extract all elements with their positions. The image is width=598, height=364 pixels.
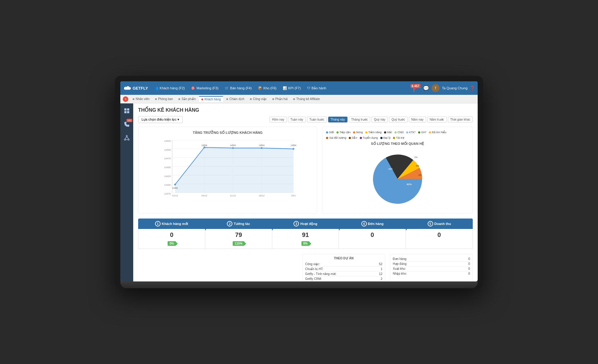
nav-khach-hang[interactable]: 👥 Khách hàng (F2) xyxy=(152,85,187,91)
tab-khach-hang[interactable]: Khách hàng xyxy=(199,96,223,102)
content-area: THỐNG KÊ KHÁCH HÀNG Lựa chọn điều kiện l… xyxy=(133,103,478,281)
pct-badge-3: 0% xyxy=(301,241,309,246)
funnel-step-num-3: 3 xyxy=(293,221,299,227)
svg-text:61%: 61% xyxy=(407,183,412,186)
date-btn-tuan-truoc[interactable]: Tuần trước xyxy=(307,117,327,122)
sidebar-phone-icon[interactable]: 161 xyxy=(122,119,132,129)
page-title: THỐNG KÊ KHÁCH HÀNG xyxy=(138,107,473,113)
cart-icon: 🛒 xyxy=(225,86,229,90)
help-icon[interactable]: ❓ xyxy=(470,86,475,91)
legend-row-1: Mới Tiếp cận Nóng xyxy=(326,131,469,134)
svg-text:14525: 14525 xyxy=(164,140,171,142)
legend-da-tim-hieu: Đã tìm hiểu xyxy=(429,131,446,134)
theo-du-an-row-3: Getfly CRM: 2 xyxy=(305,277,382,281)
svg-text:14504: 14504 xyxy=(230,144,236,146)
tab-san-pham[interactable]: Sản phẩm xyxy=(176,96,198,102)
don-hang-row-2: Xuất kho: 0 xyxy=(393,266,470,271)
legend-tai-tro: Tài trợ xyxy=(393,136,404,139)
tab-nhan-vien[interactable]: Nhân viên xyxy=(130,96,152,102)
funnel-val-4: 0 xyxy=(339,229,406,249)
svg-text:04/12: 04/12 xyxy=(201,194,207,197)
svg-rect-3 xyxy=(127,111,129,113)
tab-chien-dich[interactable]: Chiến dịch xyxy=(224,96,247,102)
funnel-step-num-1: 1 xyxy=(155,221,161,227)
date-btn-thang-truoc[interactable]: Tháng trước xyxy=(349,117,370,122)
date-btn-nam-truoc[interactable]: Năm trước xyxy=(427,117,447,122)
svg-text:18/12: 18/12 xyxy=(259,194,265,197)
tabs-bar: 9 Nhân viên Phòng ban Sản phẩm Khách hàn… xyxy=(120,95,478,103)
don-hang-row-1: Hợp đồng: 0 xyxy=(393,261,470,266)
legend-dai-ly: Đại lý xyxy=(380,136,391,139)
filter-bar: Lựa chọn điều kiện lọc ▾ Hôm nay Tuần nà… xyxy=(138,116,473,123)
svg-point-6 xyxy=(128,139,129,140)
filter-dropdown[interactable]: Lựa chọn điều kiện lọc ▾ xyxy=(138,116,183,123)
app-logo[interactable]: GETFLY xyxy=(123,85,148,91)
nav-ban-hang[interactable]: 🛒 Bán hàng (F4) xyxy=(222,85,254,91)
funnel-step-num-4: 4 xyxy=(361,221,367,227)
chart-icon: 📊 xyxy=(283,86,287,90)
legend-nong: Nóng xyxy=(353,131,363,134)
date-btn-thang-nay[interactable]: Tháng này xyxy=(328,117,348,122)
funnel-step-4: 4 Đơn hàng xyxy=(339,219,406,229)
flag-notification[interactable]: 6.457 🚩 xyxy=(410,84,421,92)
line-chart-container: TĂNG TRƯỞNG SỐ LƯỢNG KHÁCH HÀNG 14525 14… xyxy=(138,127,317,214)
svg-text:14425: 14425 xyxy=(164,175,171,178)
svg-text:14504: 14504 xyxy=(201,144,207,146)
svg-rect-1 xyxy=(127,108,129,110)
don-hang-row-3: Nhập kho: 0 xyxy=(393,271,470,276)
legend-ktk: KTK* xyxy=(406,131,416,134)
nav-kpi[interactable]: 📊 KPI (F7) xyxy=(280,85,303,91)
notification-badge: 9 xyxy=(123,96,128,102)
nav-bao-hanh[interactable]: 🛡 Bảo hành xyxy=(305,85,329,91)
tab-phan-hoi[interactable]: Phản hồi xyxy=(270,96,290,102)
date-btn-quy-truoc[interactable]: Quý trước xyxy=(389,117,407,122)
tab-phong-ban[interactable]: Phòng ban xyxy=(153,96,175,102)
laptop-outer: GETFLY 👥 Khách hàng (F2) 🎯 Marketing (F3… xyxy=(115,76,483,288)
theo-du-an-row-1: Chuẩn bị HT: 1 xyxy=(305,267,382,272)
main-area: 161 THỐNG KÊ KHÁCH HÀNG Lựa chọn điều ki… xyxy=(120,103,478,281)
svg-text:14500: 14500 xyxy=(164,149,171,151)
funnel-step-3: 3 Hoạt động xyxy=(272,219,339,229)
nav-marketing[interactable]: 🎯 Marketing (F3) xyxy=(188,85,221,91)
legend-gh: GH* xyxy=(418,131,426,134)
target-icon: 🎯 xyxy=(191,86,195,90)
legend-sai-doi-tuong: Sai đối tượng xyxy=(326,136,346,139)
line-chart-title: TĂNG TRƯỞNG SỐ LƯỢNG KHÁCH HÀNG xyxy=(142,131,313,135)
svg-point-4 xyxy=(126,135,127,137)
laptop-screen: GETFLY 👥 Khách hàng (F2) 🎯 Marketing (F3… xyxy=(120,81,478,281)
nav-kho[interactable]: 📦 Kho (F6) xyxy=(255,85,279,91)
svg-text:14504: 14504 xyxy=(259,144,265,146)
avatar[interactable]: T xyxy=(432,84,440,92)
people-icon: 👥 xyxy=(154,86,158,90)
date-btn-tuan-nay[interactable]: Tuần này xyxy=(288,117,306,122)
svg-text:14375: 14375 xyxy=(164,192,171,195)
laptop-base xyxy=(120,281,478,288)
flag-icon: 🚩 xyxy=(413,88,417,92)
svg-text:14450: 14450 xyxy=(164,166,171,169)
svg-rect-0 xyxy=(124,108,126,110)
sidebar-grid-icon[interactable] xyxy=(122,106,132,116)
tab-thong-ke-affiliate[interactable]: Thống kê Affiliate xyxy=(291,96,322,102)
sidebar: 161 xyxy=(120,103,133,281)
funnel-val-5: 0 xyxy=(406,229,472,249)
date-btn-quy-nay[interactable]: Quý này xyxy=(371,117,388,122)
legend-mat: Mất xyxy=(384,131,392,134)
svg-rect-2 xyxy=(124,111,126,113)
date-btn-thoi-gian-khac[interactable]: Thời gian khác xyxy=(448,117,473,122)
svg-line-8 xyxy=(127,137,129,139)
top-navigation: GETFLY 👥 Khách hàng (F2) 🎯 Marketing (F3… xyxy=(120,81,478,95)
funnel-step-1: 1 Khách hàng mới xyxy=(138,219,205,229)
date-btn-nam-nay[interactable]: Năm nay xyxy=(409,117,426,122)
svg-text:11/12: 11/12 xyxy=(230,194,236,197)
legend-chot: Chốt xyxy=(394,131,404,134)
pct-badge-2: 115% xyxy=(233,241,244,246)
tab-cong-viec[interactable]: Công việc xyxy=(247,96,269,102)
date-btn-hom-nay[interactable]: Hôm nay xyxy=(270,117,287,122)
chat-icon[interactable]: 💬 xyxy=(423,85,429,91)
svg-text:6%: 6% xyxy=(416,165,419,167)
funnel-step-num-5: 5 xyxy=(428,221,433,227)
funnel-step-num-2: 2 xyxy=(227,221,232,227)
svg-text:14504: 14504 xyxy=(291,144,297,146)
sidebar-network-icon[interactable] xyxy=(122,133,132,143)
svg-text:14391: 14391 xyxy=(172,187,178,189)
